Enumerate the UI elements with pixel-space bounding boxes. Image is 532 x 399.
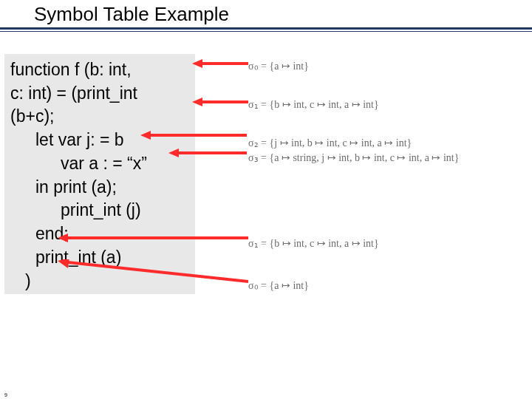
- svg-marker-1: [192, 59, 202, 68]
- svg-marker-3: [192, 98, 202, 106]
- arrow-icon: [58, 259, 248, 286]
- code-block: function f (b: int, c: int) = (print_int…: [4, 54, 195, 294]
- slide-title: Symbol Table Example: [34, 3, 532, 26]
- code-line: in print (a);: [10, 176, 189, 200]
- svg-marker-7: [168, 149, 179, 157]
- slide-page: Symbol Table Example function f (b: int,…: [0, 0, 532, 399]
- sigma-0-bottom: σ₀ = {a ↦ int}: [248, 279, 309, 292]
- title-block: Symbol Table Example: [0, 0, 532, 26]
- code-line: c: int) = (print_int: [10, 82, 189, 106]
- code-line: print_int (j): [10, 199, 189, 222]
- code-line: var a : = “x”: [10, 152, 189, 176]
- sigma-2: σ₂ = {j ↦ int, b ↦ int, c ↦ int, a ↦ int…: [248, 137, 412, 149]
- arrow-icon: [140, 130, 247, 140]
- page-number: 9: [4, 392, 7, 398]
- title-rule-thin: [0, 31, 532, 32]
- arrow-icon: [192, 58, 248, 69]
- svg-line-10: [68, 262, 248, 282]
- sigma-0-top: σ₀ = {a ↦ int}: [248, 60, 309, 72]
- sigma-3: σ₃ = {a ↦ string, j ↦ int, b ↦ int, c ↦ …: [248, 151, 459, 164]
- title-rule-thick: [0, 27, 532, 30]
- arrow-icon: [192, 97, 248, 107]
- code-line: (b+c);: [10, 105, 189, 129]
- sigma-1-b: σ₁ = {b ↦ int, c ↦ int, a ↦ int}: [248, 237, 379, 250]
- svg-marker-9: [58, 233, 68, 242]
- code-line: function f (b: int,: [10, 58, 189, 82]
- svg-marker-11: [58, 259, 69, 268]
- svg-marker-5: [140, 131, 151, 140]
- arrow-icon: [168, 148, 247, 158]
- arrow-icon: [58, 233, 248, 243]
- sigma-1-a: σ₁ = {b ↦ int, c ↦ int, a ↦ int}: [248, 98, 379, 111]
